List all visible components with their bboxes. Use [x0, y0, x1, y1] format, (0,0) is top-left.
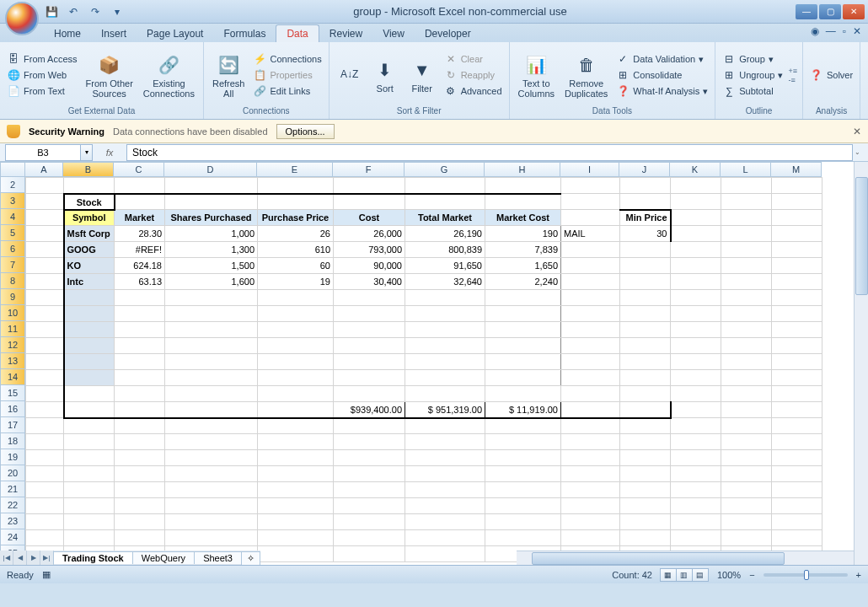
cell-J3[interactable]: [620, 194, 671, 210]
cell-E8[interactable]: 19: [258, 274, 334, 290]
cell-H11[interactable]: [485, 322, 561, 338]
tab-insert[interactable]: Insert: [91, 25, 137, 42]
col-header-A[interactable]: A: [25, 162, 63, 177]
cell-H7[interactable]: 1,650: [485, 258, 561, 274]
cell-M20[interactable]: [772, 466, 822, 482]
maximize-button[interactable]: ▢: [819, 4, 841, 19]
cell-G21[interactable]: [405, 482, 485, 498]
cell-H23[interactable]: [485, 514, 561, 530]
cell-F23[interactable]: [334, 514, 405, 530]
cell-C23[interactable]: [115, 514, 165, 530]
cell-B5[interactable]: Msft Corp: [64, 226, 115, 242]
cell-E20[interactable]: [258, 466, 334, 482]
row-header-18[interactable]: 18: [0, 433, 25, 449]
horizontal-scrollbar[interactable]: [517, 551, 854, 565]
cell-K24[interactable]: [671, 530, 721, 546]
row-header-4[interactable]: 4: [0, 209, 25, 225]
cell-K9[interactable]: [671, 290, 721, 306]
cell-L13[interactable]: [721, 354, 772, 370]
cell-H18[interactable]: [485, 434, 561, 450]
cell-K17[interactable]: [671, 418, 721, 434]
row-header-8[interactable]: 8: [0, 273, 25, 289]
sheet-nav-prev[interactable]: ◀: [13, 551, 27, 565]
sheet-tab-sheet3[interactable]: Sheet3: [194, 551, 242, 564]
name-box[interactable]: B3: [5, 144, 81, 161]
cell-K22[interactable]: [671, 498, 721, 514]
cell-G5[interactable]: 26,190: [405, 226, 485, 242]
cell-A17[interactable]: [26, 418, 64, 434]
cell-H20[interactable]: [485, 466, 561, 482]
cell-B9[interactable]: [64, 290, 115, 306]
cell-M18[interactable]: [772, 434, 822, 450]
cell-C13[interactable]: [115, 354, 165, 370]
formula-expand-icon[interactable]: ⌄: [855, 148, 866, 156]
show-detail-icon[interactable]: +≡: [788, 67, 797, 75]
cell-A14[interactable]: [26, 370, 64, 386]
cell-B17[interactable]: [64, 418, 115, 434]
cell-C5[interactable]: 28.30: [115, 226, 165, 242]
cell-A23[interactable]: [26, 514, 64, 530]
cell-K20[interactable]: [671, 466, 721, 482]
cell-J23[interactable]: [620, 514, 671, 530]
cell-F9[interactable]: [334, 290, 405, 306]
cell-D11[interactable]: [165, 322, 258, 338]
cell-M21[interactable]: [772, 482, 822, 498]
existing-connections-button[interactable]: 🔗Existing Connections: [140, 50, 198, 100]
cell-L5[interactable]: [721, 226, 772, 242]
cell-A2[interactable]: [26, 178, 64, 194]
cell-M3[interactable]: [772, 194, 822, 210]
close-button[interactable]: ✕: [843, 4, 865, 19]
cell-G22[interactable]: [405, 498, 485, 514]
cell-H14[interactable]: [485, 370, 561, 386]
cell-G4[interactable]: Total Market: [405, 210, 485, 226]
from-other-sources-button[interactable]: 📦From Other Sources: [83, 50, 137, 100]
row-header-10[interactable]: 10: [0, 305, 25, 321]
cell-J11[interactable]: [620, 322, 671, 338]
cell-G14[interactable]: [405, 370, 485, 386]
cell-F19[interactable]: [334, 450, 405, 466]
row-header-17[interactable]: 17: [0, 417, 25, 433]
cell-C6[interactable]: #REF!: [115, 242, 165, 258]
cell-M13[interactable]: [772, 354, 822, 370]
cell-J12[interactable]: [620, 338, 671, 354]
row-header-5[interactable]: 5: [0, 225, 25, 241]
cell-D5[interactable]: 1,000: [165, 226, 258, 242]
cell-B22[interactable]: [64, 498, 115, 514]
cell-A7[interactable]: [26, 258, 64, 274]
cell-E13[interactable]: [258, 354, 334, 370]
cell-E7[interactable]: 60: [258, 258, 334, 274]
cell-D21[interactable]: [165, 482, 258, 498]
cell-F25[interactable]: [334, 546, 405, 562]
cell-E5[interactable]: 26: [258, 226, 334, 242]
cell-L14[interactable]: [721, 370, 772, 386]
cell-E18[interactable]: [258, 434, 334, 450]
cell-I22[interactable]: [561, 498, 620, 514]
cell-C16[interactable]: [115, 402, 165, 418]
cell-I21[interactable]: [561, 482, 620, 498]
formula-input[interactable]: Stock: [126, 144, 853, 161]
cell-A8[interactable]: [26, 274, 64, 290]
cell-L8[interactable]: [721, 274, 772, 290]
cell-D18[interactable]: [165, 434, 258, 450]
cell-F18[interactable]: [334, 434, 405, 450]
vertical-scrollbar[interactable]: [854, 162, 868, 565]
cell-K14[interactable]: [671, 370, 721, 386]
what-if-button[interactable]: ❓What-If Analysis ▾: [614, 83, 710, 99]
cell-A22[interactable]: [26, 498, 64, 514]
zoom-slider[interactable]: [764, 573, 848, 577]
cell-K16[interactable]: [671, 402, 721, 418]
cell-B13[interactable]: [64, 354, 115, 370]
cell-H9[interactable]: [485, 290, 561, 306]
security-options-button[interactable]: Options...: [276, 124, 335, 139]
cell-F10[interactable]: [334, 306, 405, 322]
cell-F12[interactable]: [334, 338, 405, 354]
cell-E10[interactable]: [258, 306, 334, 322]
cell-G24[interactable]: [405, 530, 485, 546]
refresh-all-button[interactable]: 🔄Refresh All: [209, 50, 249, 100]
cell-G23[interactable]: [405, 514, 485, 530]
cell-F15[interactable]: [334, 386, 405, 402]
redo-icon[interactable]: ↷: [88, 4, 103, 19]
cell-I10[interactable]: [561, 306, 620, 322]
cell-A19[interactable]: [26, 450, 64, 466]
cell-C22[interactable]: [115, 498, 165, 514]
